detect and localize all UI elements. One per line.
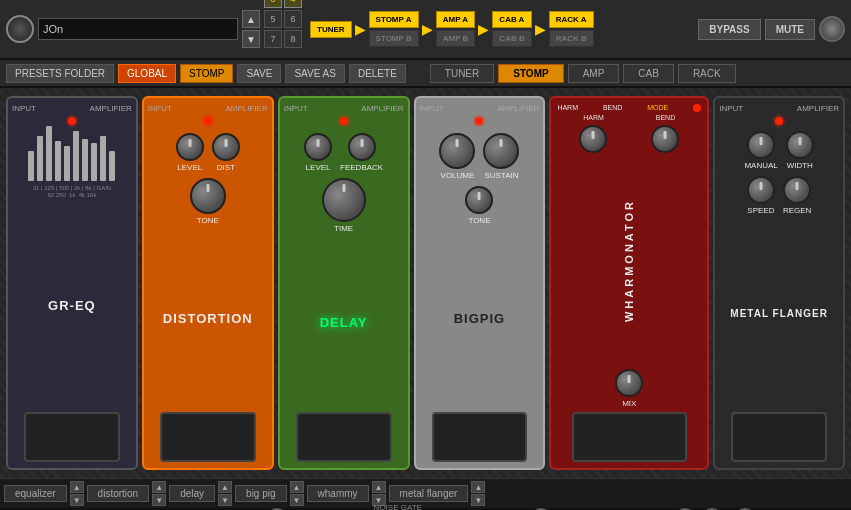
- chain-arrow-1: ▶: [355, 21, 366, 37]
- delete-button[interactable]: DELETE: [349, 64, 406, 83]
- flanger-width-knob[interactable]: [786, 131, 814, 159]
- preset-arrows: ▲ ▼: [242, 10, 260, 48]
- chain-cab-b[interactable]: CAB B: [492, 30, 531, 47]
- flanger-top-knobs: MANUAL WIDTH: [744, 131, 813, 170]
- eq-arrow-up[interactable]: ▲: [70, 481, 84, 493]
- flanger-mini-arrows: ▲ ▼: [471, 481, 485, 506]
- stomp-button[interactable]: STOMP: [180, 64, 233, 83]
- tab-stomp[interactable]: STOMP: [498, 64, 563, 83]
- flanger-speed-knob[interactable]: [747, 176, 775, 204]
- eq-label-row: INPUT AMPLIFIER: [12, 104, 132, 113]
- bigpig-arrow-up[interactable]: ▲: [290, 481, 304, 493]
- logo-button[interactable]: [6, 15, 34, 43]
- num-btn-6[interactable]: 6: [284, 10, 302, 28]
- power-button[interactable]: [819, 16, 845, 42]
- global-button[interactable]: GLOBAL: [118, 64, 176, 83]
- top-bar: ▲ ▼ 3 4 5 6 7 8 TUNER ▶ STOMP A STOMP B …: [0, 0, 851, 60]
- num-btn-8[interactable]: 8: [284, 30, 302, 48]
- presets-folder-button[interactable]: PRESETS FOLDER: [6, 64, 114, 83]
- eq-arrow-down[interactable]: ▼: [70, 494, 84, 506]
- whammy-bend-knob[interactable]: [651, 125, 679, 153]
- whammy-text-area: WHARMONATOR: [623, 153, 635, 369]
- chain-rack-a[interactable]: RACK A: [549, 11, 594, 28]
- chain-rack-group: RACK A RACK B: [549, 11, 594, 47]
- chain-stomp-b[interactable]: STOMP B: [369, 30, 419, 47]
- preset-input[interactable]: [38, 18, 238, 40]
- eq-footswitch[interactable]: [24, 412, 120, 462]
- tab-cab[interactable]: CAB: [623, 64, 674, 83]
- chain-amp-a[interactable]: AMP A: [436, 11, 476, 28]
- bypass-button[interactable]: BYPASS: [698, 19, 760, 40]
- delay-arrow-up[interactable]: ▲: [218, 481, 232, 493]
- chain-amp-b[interactable]: AMP B: [436, 30, 476, 47]
- dist-level-knob[interactable]: [176, 133, 204, 161]
- num-btn-3[interactable]: 3: [264, 0, 282, 8]
- bigpig-tone-knob[interactable]: [465, 186, 493, 214]
- flanger-footswitch[interactable]: [731, 412, 827, 462]
- bigpig-arrow-down[interactable]: ▼: [290, 494, 304, 506]
- eq-bar-8: [91, 143, 97, 181]
- chain-rack-b[interactable]: RACK B: [549, 30, 594, 47]
- preset-down-button[interactable]: ▼: [242, 30, 260, 48]
- bigpig-footswitch[interactable]: [432, 412, 528, 462]
- delay-name: DELAY: [320, 315, 368, 330]
- delay-time-knob[interactable]: [322, 178, 366, 222]
- preset-up-button[interactable]: ▲: [242, 10, 260, 28]
- dist-label-row: INPUT AMPLIFIER: [148, 104, 268, 113]
- mute-button[interactable]: MUTE: [765, 19, 815, 40]
- noise-gate-wrap: NOISE GATE THRESH. REL.: [367, 503, 428, 511]
- dist-footswitch[interactable]: [160, 412, 256, 462]
- bigpig-sustain-knob[interactable]: [483, 133, 519, 169]
- tab-tuner[interactable]: TUNER: [430, 64, 494, 83]
- bigpig-label-button[interactable]: big pig: [235, 485, 286, 502]
- flanger-input-label: INPUT: [719, 104, 743, 113]
- chain-tuner[interactable]: TUNER: [310, 21, 352, 38]
- bigpig-volume-knob[interactable]: [439, 133, 475, 169]
- whammy-arrow-up[interactable]: ▲: [372, 481, 386, 493]
- whammy-footswitch[interactable]: [572, 412, 687, 462]
- bigpig-name: BIGPIG: [454, 311, 506, 326]
- dist-label-button[interactable]: distortion: [87, 485, 150, 502]
- bigpig-mini-arrows: ▲ ▼: [290, 481, 304, 506]
- whammy-harm-knob[interactable]: [579, 125, 607, 153]
- dist-tone-label: TONE: [197, 216, 219, 225]
- save-as-button[interactable]: SAVE AS: [285, 64, 345, 83]
- whammy-mix-label: MIX: [622, 399, 636, 408]
- dist-level-wrap: LEVEL: [176, 133, 204, 172]
- tab-rack[interactable]: RACK: [678, 64, 736, 83]
- delay-level-label: LEVEL: [306, 163, 331, 172]
- eq-bar-7: [82, 139, 88, 181]
- dist-tone-knob[interactable]: [190, 178, 226, 214]
- dist-arrow-down[interactable]: ▼: [152, 494, 166, 506]
- eq-input-label: INPUT: [12, 104, 36, 113]
- flanger-width-label: WIDTH: [787, 161, 813, 170]
- flanger-arrow-down[interactable]: ▼: [471, 494, 485, 506]
- bigpig-tone-wrap: TONE: [465, 186, 493, 225]
- num-btn-4[interactable]: 4: [284, 0, 302, 8]
- delay-label-button[interactable]: delay: [169, 485, 215, 502]
- whammy-label-button[interactable]: whammy: [307, 485, 369, 502]
- flanger-label-button[interactable]: metal flanger: [389, 485, 469, 502]
- flanger-arrow-up[interactable]: ▲: [471, 481, 485, 493]
- dist-arrow-up[interactable]: ▲: [152, 481, 166, 493]
- eq-label-button[interactable]: equalizer: [4, 485, 67, 502]
- chain-cab-a[interactable]: CAB A: [492, 11, 531, 28]
- delay-feedback-knob[interactable]: [348, 133, 376, 161]
- num-btn-5[interactable]: 5: [264, 10, 282, 28]
- whammy-mix-knob[interactable]: [615, 369, 643, 397]
- flanger-speed-label: SPEED: [747, 206, 774, 215]
- whammy-led: [693, 104, 701, 112]
- pedal-board: INPUT AMPLIFIER 31 | 125 | 500 | 2k | 8k…: [0, 88, 851, 478]
- delay-footswitch[interactable]: [296, 412, 392, 462]
- delay-arrow-down[interactable]: ▼: [218, 494, 232, 506]
- eq-bar-10: [109, 151, 115, 181]
- flanger-manual-knob[interactable]: [747, 131, 775, 159]
- save-button[interactable]: SAVE: [237, 64, 281, 83]
- flanger-bottom-knobs: SPEED REGEN: [747, 176, 811, 215]
- tab-amp[interactable]: AMP: [568, 64, 620, 83]
- chain-stomp-a[interactable]: STOMP A: [369, 11, 419, 28]
- delay-level-knob[interactable]: [304, 133, 332, 161]
- dist-dist-knob[interactable]: [212, 133, 240, 161]
- num-btn-7[interactable]: 7: [264, 30, 282, 48]
- flanger-regen-knob[interactable]: [783, 176, 811, 204]
